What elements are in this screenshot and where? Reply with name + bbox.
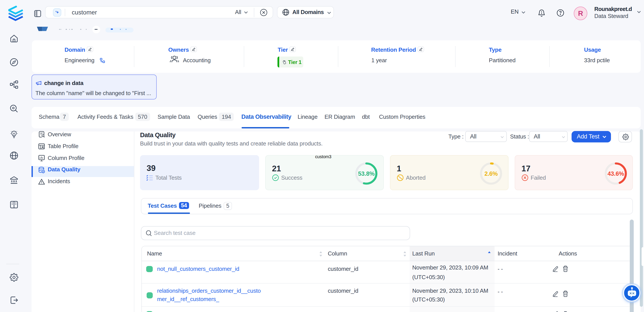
svg-text:43.6%: 43.6% (607, 171, 624, 177)
svg-text:53.8%: 53.8% (358, 171, 374, 177)
svg-text:2.6%: 2.6% (484, 171, 498, 177)
